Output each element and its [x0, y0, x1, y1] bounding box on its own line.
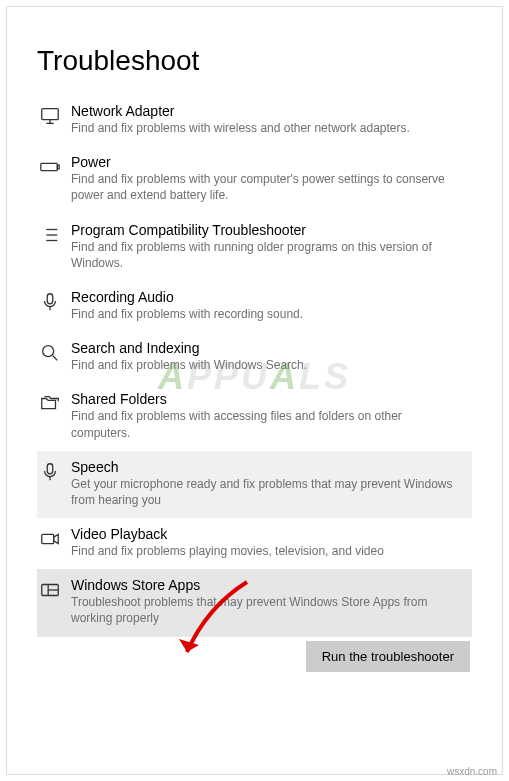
item-desc: Find and fix problems with your computer…: [71, 171, 456, 203]
page-title: Troubleshoot: [37, 45, 472, 77]
svg-rect-3: [41, 164, 58, 171]
run-troubleshooter-button[interactable]: Run the troubleshooter: [306, 641, 470, 672]
svg-marker-18: [54, 534, 59, 543]
footer-watermark: wsxdn.com: [447, 766, 497, 777]
apps-icon: [37, 577, 71, 601]
microphone-icon: [37, 289, 71, 313]
troubleshooter-speech[interactable]: Speech Get your microphone ready and fix…: [37, 451, 472, 518]
item-title: Windows Store Apps: [71, 577, 456, 593]
troubleshooter-recording-audio[interactable]: Recording Audio Find and fix problems wi…: [37, 281, 472, 332]
video-icon: [37, 526, 71, 550]
folders-icon: [37, 391, 71, 415]
item-title: Power: [71, 154, 456, 170]
list-icon: [37, 222, 71, 246]
troubleshooter-windows-store-apps[interactable]: Windows Store Apps Troubleshoot problems…: [37, 569, 472, 636]
item-title: Recording Audio: [71, 289, 456, 305]
item-title: Shared Folders: [71, 391, 456, 407]
troubleshooter-video-playback[interactable]: Video Playback Find and fix problems pla…: [37, 518, 472, 569]
item-desc: Find and fix problems with recording sou…: [71, 306, 456, 322]
item-desc: Get your microphone ready and fix proble…: [71, 476, 456, 508]
microphone-icon: [37, 459, 71, 483]
troubleshooter-power[interactable]: Power Find and fix problems with your co…: [37, 146, 472, 213]
troubleshooter-program-compatibility[interactable]: Program Compatibility Troubleshooter Fin…: [37, 214, 472, 281]
item-title: Search and Indexing: [71, 340, 456, 356]
svg-rect-15: [47, 463, 53, 473]
svg-line-14: [53, 356, 58, 361]
item-title: Network Adapter: [71, 103, 456, 119]
svg-rect-17: [42, 534, 54, 543]
item-desc: Find and fix problems with accessing fil…: [71, 408, 456, 440]
svg-rect-11: [47, 294, 53, 304]
svg-point-13: [43, 346, 54, 357]
item-title: Speech: [71, 459, 456, 475]
item-desc: Find and fix problems playing movies, te…: [71, 543, 456, 559]
search-icon: [37, 340, 71, 364]
troubleshooter-shared-folders[interactable]: Shared Folders Find and fix problems wit…: [37, 383, 472, 450]
svg-rect-4: [57, 165, 59, 169]
svg-rect-0: [42, 109, 59, 120]
svg-marker-22: [179, 639, 199, 652]
monitor-icon: [37, 103, 71, 127]
item-title: Program Compatibility Troubleshooter: [71, 222, 456, 238]
troubleshooter-network-adapter[interactable]: Network Adapter Find and fix problems wi…: [37, 95, 472, 146]
troubleshooter-search-indexing[interactable]: Search and Indexing Find and fix problem…: [37, 332, 472, 383]
item-desc: Find and fix problems with running older…: [71, 239, 456, 271]
item-desc: Find and fix problems with Windows Searc…: [71, 357, 456, 373]
battery-icon: [37, 154, 71, 178]
item-desc: Troubleshoot problems that may prevent W…: [71, 594, 456, 626]
item-title: Video Playback: [71, 526, 456, 542]
item-desc: Find and fix problems with wireless and …: [71, 120, 456, 136]
